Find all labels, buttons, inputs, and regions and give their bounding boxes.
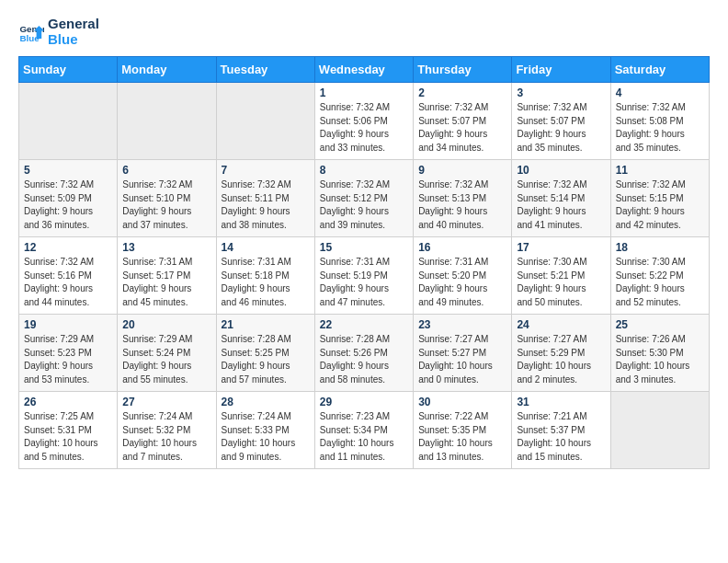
day-info-line: Daylight: 9 hours (24, 360, 112, 373)
day-info-line: Sunrise: 7:21 AM (517, 410, 605, 424)
day-info-line: Daylight: 10 hours (122, 437, 210, 451)
day-cell (19, 83, 118, 160)
day-info-line: and 57 minutes. (222, 373, 310, 387)
day-number: 7 (222, 164, 310, 177)
day-cell: 24Sunrise: 7:27 AMSunset: 5:29 PMDayligh… (512, 315, 610, 392)
day-info-line: Sunset: 5:12 PM (320, 192, 408, 206)
day-info-line: Daylight: 9 hours (616, 128, 704, 142)
day-info: Sunrise: 7:31 AMSunset: 5:20 PMDaylight:… (418, 256, 506, 309)
day-cell: 20Sunrise: 7:29 AMSunset: 5:24 PMDayligh… (118, 315, 216, 392)
day-number: 29 (320, 396, 408, 408)
day-info-line: and 53 minutes. (24, 373, 112, 387)
day-number: 4 (616, 86, 704, 99)
day-info-line: Sunrise: 7:24 AM (222, 410, 310, 424)
day-number: 14 (222, 241, 310, 254)
day-info-line: Daylight: 9 hours (320, 128, 408, 142)
header: General Blue General Blue (18, 17, 710, 47)
day-info-line: and 40 minutes. (418, 219, 506, 233)
day-info-line: Daylight: 9 hours (122, 360, 210, 373)
week-row-3: 12Sunrise: 7:32 AMSunset: 5:16 PMDayligh… (19, 237, 710, 315)
day-info: Sunrise: 7:30 AMSunset: 5:22 PMDaylight:… (616, 256, 704, 309)
day-number: 9 (418, 164, 506, 177)
day-info-line: Sunset: 5:15 PM (616, 192, 704, 206)
day-info: Sunrise: 7:27 AMSunset: 5:29 PMDaylight:… (517, 333, 605, 386)
day-info-line: Sunset: 5:09 PM (24, 192, 112, 206)
day-info-line: Sunrise: 7:30 AM (616, 256, 704, 270)
day-info: Sunrise: 7:23 AMSunset: 5:34 PMDaylight:… (320, 410, 408, 464)
day-info-line: Sunrise: 7:28 AM (222, 333, 310, 347)
day-info-line: Daylight: 10 hours (24, 437, 112, 451)
calendar-table: SundayMondayTuesdayWednesdayThursdayFrid… (18, 56, 710, 469)
day-info-line: and 37 minutes. (122, 219, 210, 233)
day-info-line: Daylight: 10 hours (418, 360, 506, 373)
day-cell: 25Sunrise: 7:26 AMSunset: 5:30 PMDayligh… (610, 315, 709, 392)
day-info-line: Sunset: 5:14 PM (517, 192, 605, 206)
day-cell: 10Sunrise: 7:32 AMSunset: 5:14 PMDayligh… (512, 160, 610, 237)
logo-general: General (48, 17, 99, 32)
day-number: 8 (320, 164, 408, 177)
day-cell: 13Sunrise: 7:31 AMSunset: 5:17 PMDayligh… (118, 237, 216, 315)
day-info-line: and 36 minutes. (24, 219, 112, 233)
day-info-line: and 45 minutes. (122, 296, 210, 310)
day-info-line: Sunset: 5:06 PM (320, 115, 408, 129)
day-info-line: Sunrise: 7:30 AM (517, 256, 605, 270)
day-cell: 8Sunrise: 7:32 AMSunset: 5:12 PMDaylight… (314, 160, 413, 237)
day-cell: 11Sunrise: 7:32 AMSunset: 5:15 PMDayligh… (610, 160, 709, 237)
day-info: Sunrise: 7:24 AMSunset: 5:32 PMDaylight:… (122, 410, 210, 464)
day-info-line: and 33 minutes. (320, 142, 408, 155)
day-info-line: Daylight: 10 hours (517, 360, 605, 373)
day-info-line: Daylight: 9 hours (122, 282, 210, 296)
day-cell: 9Sunrise: 7:32 AMSunset: 5:13 PMDaylight… (414, 160, 512, 237)
day-info-line: Sunset: 5:08 PM (616, 115, 704, 129)
day-info-line: Daylight: 10 hours (517, 437, 605, 451)
col-header-tuesday: Tuesday (216, 57, 314, 83)
day-info-line: Daylight: 9 hours (320, 282, 408, 296)
week-row-1: 1Sunrise: 7:32 AMSunset: 5:06 PMDaylight… (19, 83, 710, 160)
day-info-line: Daylight: 9 hours (320, 205, 408, 219)
day-info: Sunrise: 7:32 AMSunset: 5:06 PMDaylight:… (320, 101, 408, 155)
day-cell: 6Sunrise: 7:32 AMSunset: 5:10 PMDaylight… (118, 160, 216, 237)
day-info-line: and 7 minutes. (122, 451, 210, 465)
col-header-friday: Friday (512, 57, 610, 83)
day-cell: 30Sunrise: 7:22 AMSunset: 5:35 PMDayligh… (414, 392, 512, 469)
day-info-line: and 13 minutes. (418, 451, 506, 465)
day-cell: 4Sunrise: 7:32 AMSunset: 5:08 PMDaylight… (610, 83, 709, 160)
day-info-line: Sunset: 5:35 PM (418, 424, 506, 438)
day-info-line: Sunrise: 7:31 AM (122, 256, 210, 270)
day-info-line: Sunset: 5:21 PM (517, 270, 605, 283)
day-info-line: Sunrise: 7:32 AM (418, 178, 506, 192)
day-number: 10 (517, 164, 605, 177)
day-info-line: and 55 minutes. (122, 373, 210, 387)
day-number: 11 (616, 164, 704, 177)
day-info-line: Sunrise: 7:32 AM (222, 178, 310, 192)
day-number: 12 (24, 241, 112, 254)
day-info-line: Sunrise: 7:32 AM (517, 178, 605, 192)
day-info-line: Sunset: 5:22 PM (616, 270, 704, 283)
day-cell: 14Sunrise: 7:31 AMSunset: 5:18 PMDayligh… (216, 237, 314, 315)
day-info-line: Sunrise: 7:29 AM (24, 333, 112, 347)
col-header-saturday: Saturday (610, 57, 709, 83)
day-cell: 21Sunrise: 7:28 AMSunset: 5:25 PMDayligh… (216, 315, 314, 392)
day-info-line: Sunset: 5:26 PM (320, 347, 408, 361)
day-info-line: Sunset: 5:18 PM (222, 270, 310, 283)
day-info-line: Sunset: 5:32 PM (122, 424, 210, 438)
day-info: Sunrise: 7:32 AMSunset: 5:11 PMDaylight:… (222, 178, 310, 232)
day-info-line: Sunrise: 7:32 AM (418, 101, 506, 115)
day-info-line: Sunrise: 7:32 AM (24, 256, 112, 270)
day-info: Sunrise: 7:32 AMSunset: 5:07 PMDaylight:… (517, 101, 605, 155)
day-info-line: Sunrise: 7:28 AM (320, 333, 408, 347)
day-number: 2 (418, 86, 506, 99)
day-info-line: Daylight: 10 hours (418, 437, 506, 451)
day-cell: 29Sunrise: 7:23 AMSunset: 5:34 PMDayligh… (314, 392, 413, 469)
day-info-line: Sunset: 5:33 PM (222, 424, 310, 438)
day-info: Sunrise: 7:32 AMSunset: 5:16 PMDaylight:… (24, 256, 112, 309)
col-header-wednesday: Wednesday (314, 57, 413, 83)
day-info-line: Sunset: 5:07 PM (418, 115, 506, 129)
day-number: 25 (616, 318, 704, 331)
day-number: 18 (616, 241, 704, 254)
day-info-line: Sunrise: 7:32 AM (616, 178, 704, 192)
day-info-line: Daylight: 9 hours (517, 205, 605, 219)
day-info-line: Sunset: 5:11 PM (222, 192, 310, 206)
day-number: 13 (122, 241, 210, 254)
day-number: 27 (122, 396, 210, 408)
